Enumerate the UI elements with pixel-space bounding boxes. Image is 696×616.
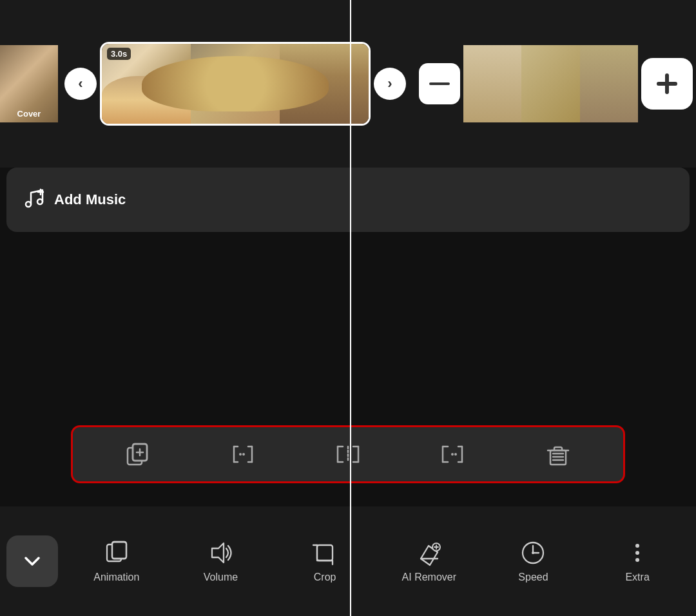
extra-icon — [624, 539, 651, 566]
svg-point-19 — [242, 453, 245, 456]
right-arrow-icon: › — [387, 75, 392, 92]
clip-frame-2 — [191, 44, 280, 124]
nav-item-crop[interactable]: Crop — [296, 539, 354, 583]
svg-point-52 — [532, 552, 534, 554]
selected-clip-strip: 3.0s — [100, 42, 371, 126]
plus-icon — [654, 71, 680, 97]
close-panel-button[interactable] — [6, 535, 58, 587]
speed-label: Speed — [518, 572, 548, 583]
speed-icon — [519, 539, 546, 566]
add-music-section[interactable]: Add Music — [6, 168, 690, 232]
left-arrow-icon: ‹ — [78, 75, 82, 92]
svg-point-33 — [451, 453, 454, 456]
music-add-icon — [22, 186, 45, 214]
sec-clip-1 — [463, 45, 521, 122]
minus-icon — [429, 82, 450, 86]
toolbar-strip — [71, 425, 625, 483]
volume-icon — [207, 539, 234, 566]
remove-clip-button[interactable] — [419, 63, 460, 104]
svg-point-53 — [635, 544, 639, 548]
svg-point-4 — [37, 199, 43, 204]
secondary-clips-strip — [463, 45, 638, 122]
split-left-button[interactable] — [229, 440, 257, 468]
crop-label: Crop — [314, 572, 336, 583]
delete-button[interactable] — [544, 440, 572, 468]
split-center-button[interactable] — [334, 440, 362, 468]
nav-item-extra[interactable]: Extra — [608, 539, 666, 583]
sec-clip-3 — [580, 45, 638, 122]
crop-icon — [311, 539, 338, 566]
svg-rect-41 — [112, 542, 126, 559]
ai-remover-label: AI Remover — [402, 572, 456, 583]
nav-item-volume[interactable]: Volume — [191, 539, 249, 583]
svg-rect-2 — [657, 82, 677, 86]
cover-thumbnail[interactable]: Cover — [0, 45, 58, 122]
split-right-button[interactable] — [439, 440, 467, 468]
svg-rect-0 — [429, 82, 450, 85]
nav-item-animation[interactable]: Animation — [88, 539, 146, 583]
nav-items-container: Animation Volume — [64, 539, 690, 583]
chevron-down-icon — [21, 550, 44, 573]
volume-label: Volume — [204, 572, 238, 583]
nav-item-speed[interactable]: Speed — [504, 539, 562, 583]
nav-item-ai-remover[interactable]: AI Remover — [400, 539, 458, 583]
timeline-area: Cover ‹ 3.0s › — [0, 0, 696, 168]
bottom-navigation: Animation Volume — [0, 506, 696, 616]
add-music-label: Add Music — [54, 191, 126, 208]
clip-duration-badge: 3.0s — [107, 48, 131, 60]
svg-point-55 — [635, 558, 639, 562]
ai-remover-icon — [416, 539, 443, 566]
animation-icon — [103, 539, 130, 566]
add-clip-button[interactable] — [641, 58, 693, 110]
timeline-right-arrow-button[interactable]: › — [374, 68, 406, 100]
cover-label: Cover — [17, 109, 41, 119]
svg-point-34 — [454, 453, 457, 456]
svg-point-18 — [239, 453, 242, 456]
svg-rect-44 — [317, 545, 333, 561]
timeline-left-arrow-button[interactable]: ‹ — [64, 68, 97, 100]
animation-label: Animation — [93, 572, 139, 583]
extra-label: Extra — [625, 572, 649, 583]
middle-empty-area — [0, 238, 696, 445]
svg-marker-43 — [212, 543, 224, 563]
svg-point-3 — [26, 202, 31, 207]
copy-add-button[interactable] — [124, 440, 152, 468]
svg-point-54 — [635, 551, 639, 555]
sec-clip-2 — [521, 45, 579, 122]
